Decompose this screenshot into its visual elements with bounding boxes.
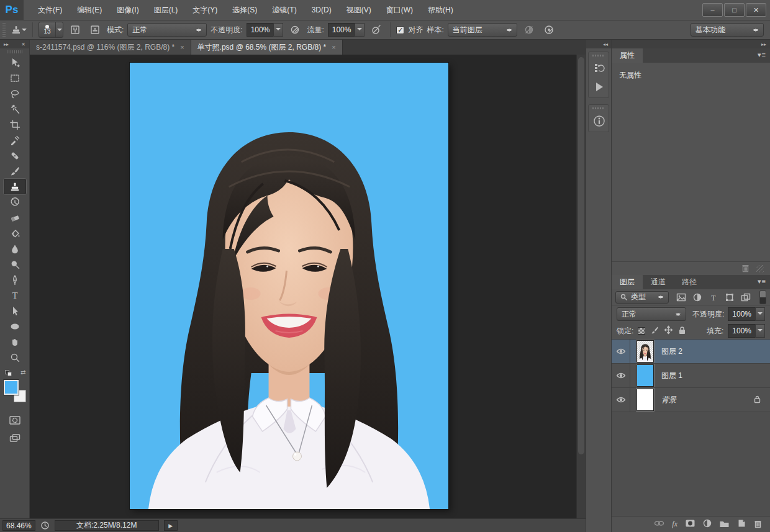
tools-collapse-icon[interactable]: ▸▸ [4, 42, 9, 47]
tool-pen[interactable] [4, 272, 26, 287]
opacity-dropdown-icon[interactable] [273, 23, 283, 37]
menu-help[interactable]: 帮助(H) [421, 2, 460, 18]
layer-name[interactable]: 图层 2 [661, 346, 682, 357]
panel-menu-icon[interactable]: ▾≡ [758, 277, 766, 286]
ignore-adjustment-layers-icon[interactable] [521, 22, 537, 37]
tool-horizontal-type[interactable]: T [4, 287, 26, 303]
pixel-layer-filter-icon[interactable] [674, 291, 688, 304]
tab-close-icon[interactable]: × [332, 43, 335, 51]
tool-move[interactable] [4, 55, 26, 70]
mode-select[interactable]: 正常 [127, 23, 207, 37]
layer-filter-type-select[interactable]: 类型 [615, 291, 669, 304]
lock-pixels-icon[interactable] [650, 326, 659, 336]
document-tab-1[interactable]: s-2411574.psd @ 116% (图层 2, RGB/8) * × [30, 40, 191, 55]
new-layer-icon[interactable] [737, 519, 746, 530]
toggle-brush-panel-icon[interactable] [67, 22, 83, 37]
info-panel-icon[interactable] [589, 112, 610, 130]
smart-object-filter-icon[interactable] [739, 291, 753, 304]
vertical-scrollbar[interactable] [576, 55, 586, 518]
scroll-thumb[interactable] [578, 57, 584, 454]
layer-thumbnail-portrait[interactable] [636, 340, 654, 363]
tool-ellipse[interactable] [4, 318, 26, 334]
layer-fill-field[interactable]: 100% [728, 324, 765, 338]
layer-row-2[interactable]: 图层 2 [612, 340, 770, 364]
menu-file[interactable]: 文件(F) [31, 2, 69, 18]
aligned-checkbox[interactable]: ✓ [396, 26, 404, 34]
menu-3d[interactable]: 3D(D) [305, 3, 338, 17]
tool-crop[interactable] [4, 117, 26, 132]
opacity-dropdown-icon[interactable] [755, 307, 765, 321]
tool-spot-healing-brush[interactable] [4, 148, 26, 163]
actions-panel-icon[interactable] [589, 78, 610, 96]
brush-preset-picker[interactable]: 13 [38, 22, 63, 38]
flow-dropdown-icon[interactable] [355, 23, 365, 37]
tool-lasso[interactable] [4, 86, 26, 101]
tool-clone-stamp[interactable] [4, 179, 26, 194]
lock-position-icon[interactable] [664, 325, 673, 336]
fill-dropdown-icon[interactable] [755, 324, 765, 338]
menu-type[interactable]: 文字(Y) [186, 2, 224, 18]
tab-channels[interactable]: 通道 [643, 275, 674, 289]
tools-grip[interactable] [7, 50, 23, 53]
canvas-area[interactable] [30, 55, 576, 518]
tool-rectangular-marquee[interactable] [4, 70, 26, 86]
toggle-clone-source-panel-icon[interactable] [87, 22, 103, 37]
layer-style-fx-icon[interactable]: fx [672, 520, 677, 529]
tool-blur[interactable] [4, 241, 26, 256]
default-colors-icon[interactable] [5, 370, 12, 376]
layer-thumbnail-blue[interactable] [636, 364, 654, 387]
options-grip[interactable] [2, 23, 6, 37]
tool-paint-bucket[interactable] [4, 225, 26, 241]
status-options-arrow[interactable]: ▶ [164, 520, 178, 531]
lock-all-icon[interactable] [678, 326, 686, 336]
tool-brush[interactable] [4, 163, 26, 179]
visibility-toggle[interactable] [612, 340, 630, 363]
lock-transparency-icon[interactable] [638, 327, 645, 335]
tool-zoom[interactable] [4, 349, 26, 365]
layer-name[interactable]: 背景 [661, 395, 676, 405]
tab-properties[interactable]: 属性 [612, 48, 643, 63]
tools-close-icon[interactable]: ✕ [21, 42, 25, 47]
swap-colors-icon[interactable]: ⇄ [20, 369, 25, 376]
opacity-field[interactable]: 100% [247, 23, 284, 37]
panel-resize-grip[interactable] [756, 265, 764, 273]
document-tab-2-active[interactable]: 单寸照.psd @ 68.5% (图层 2, RGB/8) * × [191, 40, 343, 55]
tool-dodge[interactable] [4, 256, 26, 272]
layer-row-background[interactable]: 背景 [612, 388, 770, 412]
add-layer-mask-icon[interactable] [685, 519, 695, 530]
menu-edit[interactable]: 编辑(E) [70, 2, 109, 18]
delete-layer-icon[interactable] [753, 519, 763, 530]
new-adjustment-layer-icon[interactable] [703, 519, 712, 530]
foreground-color-swatch[interactable] [4, 380, 19, 395]
shape-layer-filter-icon[interactable] [723, 291, 736, 304]
layer-name[interactable]: 图层 1 [661, 371, 682, 381]
tool-eraser[interactable] [4, 210, 26, 225]
history-panel-icon[interactable] [589, 59, 610, 78]
tool-path-selection[interactable] [4, 303, 26, 318]
visibility-toggle[interactable] [612, 364, 630, 387]
tab-layers[interactable]: 图层 [612, 275, 643, 289]
sample-select[interactable]: 当前图层 [448, 23, 517, 37]
panel-menu-icon[interactable]: ▾≡ [758, 51, 766, 59]
tool-eyedropper[interactable] [4, 132, 26, 148]
close-button[interactable]: ✕ [746, 3, 766, 17]
filter-toggle-switch[interactable] [759, 291, 766, 304]
menu-filter[interactable]: 滤镜(T) [265, 2, 303, 18]
menu-window[interactable]: 窗口(W) [379, 2, 420, 18]
link-layers-icon[interactable] [654, 520, 664, 529]
dock-expand-icon[interactable]: ▸▸ [761, 42, 766, 47]
tablet-pressure-opacity-icon[interactable] [287, 22, 303, 37]
menu-view[interactable]: 视图(V) [340, 2, 378, 18]
tool-magic-wand[interactable] [4, 101, 26, 117]
properties-trash-icon[interactable] [741, 263, 750, 274]
minimize-button[interactable]: – [702, 3, 723, 17]
layer-opacity-field[interactable]: 100% [728, 307, 765, 321]
quick-mask-button[interactable] [4, 412, 26, 428]
visibility-toggle[interactable] [612, 388, 630, 412]
layer-thumbnail-white[interactable] [636, 389, 654, 411]
adjustment-layer-filter-icon[interactable] [691, 291, 704, 304]
tab-close-icon[interactable]: × [180, 43, 184, 51]
screen-mode-button[interactable] [4, 430, 26, 446]
tablet-pressure-size-icon[interactable] [541, 22, 557, 37]
photo-document[interactable] [130, 63, 448, 509]
